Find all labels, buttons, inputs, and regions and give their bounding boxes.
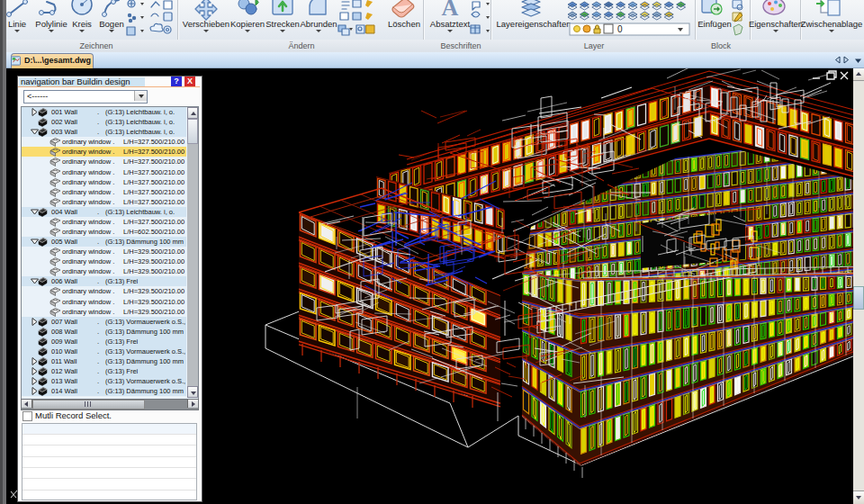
svg-text:0: 0 <box>617 24 623 34</box>
svg-text:A: A <box>442 0 459 21</box>
